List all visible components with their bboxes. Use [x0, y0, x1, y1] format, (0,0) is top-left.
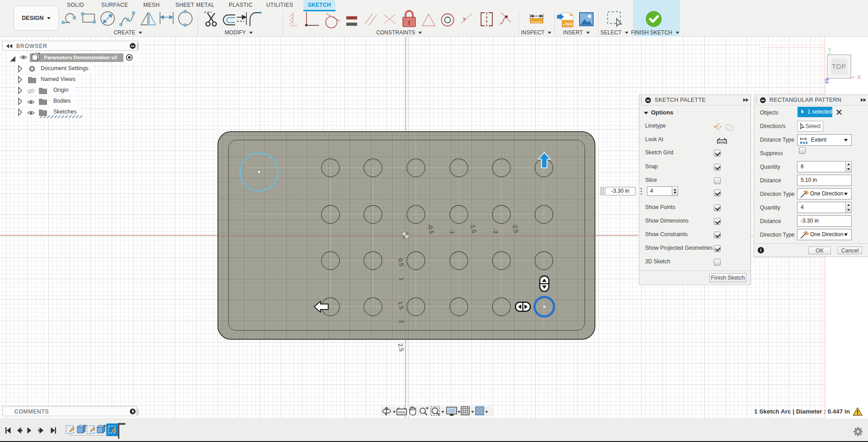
svg-text:X: X: [857, 74, 861, 81]
svg-text:-1: -1: [448, 228, 456, 235]
svg-text:0.5: 0.5: [397, 257, 405, 267]
svg-text:-2.5: -2.5: [511, 222, 519, 233]
svg-text:2.5: 2.5: [397, 342, 405, 352]
svg-text:TOP: TOP: [832, 63, 846, 70]
svg-text:Z: Z: [825, 77, 829, 85]
svg-text:1.5: 1.5: [397, 300, 405, 310]
svg-text:1: 1: [398, 277, 405, 281]
svg-text:SVG: SVG: [565, 22, 573, 26]
svg-text:-2: -2: [492, 228, 500, 234]
svg-text:-1.5: -1.5: [469, 222, 477, 233]
svg-text:Y: Y: [828, 47, 831, 53]
svg-text:-0.5: -0.5: [426, 223, 435, 234]
svg-text:2: 2: [398, 319, 405, 324]
